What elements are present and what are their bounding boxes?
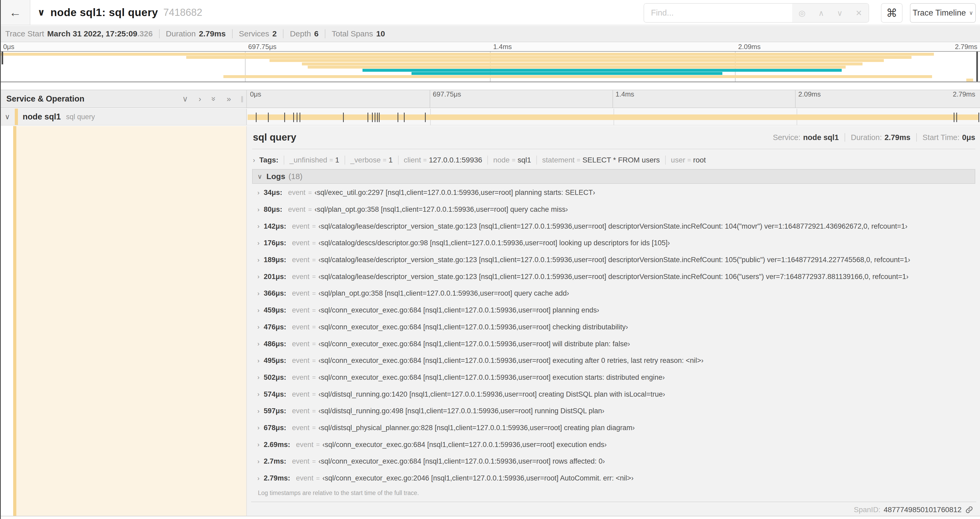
back-arrow-icon: ← <box>9 5 21 19</box>
ruler-tick-label: 1.4ms <box>493 43 512 51</box>
back-button[interactable]: ← <box>1 0 30 25</box>
column-resize-handle[interactable]: ∥ <box>240 95 244 102</box>
log-row[interactable]: ›597μs:event=‹sql/distsql_running.go:498… <box>252 403 975 420</box>
logs-accordian-header[interactable]: ∨ Logs (18) <box>252 169 975 184</box>
expand-one-icon[interactable]: › <box>199 95 201 103</box>
tag-key: statement <box>542 156 574 164</box>
tag-item[interactable]: user=root <box>660 156 706 164</box>
log-marker-tick[interactable] <box>368 113 368 122</box>
span-duration-bar[interactable] <box>248 115 979 120</box>
log-marker-tick[interactable] <box>297 113 298 122</box>
log-field-name: event <box>288 206 305 214</box>
tag-item[interactable]: _verbose=1 <box>339 156 393 164</box>
log-marker-tick[interactable] <box>372 113 373 122</box>
log-row[interactable]: ›502μs:event=‹sql/conn_executor_exec.go:… <box>252 369 975 386</box>
tags-accordian[interactable]: › Tags: _unfinished=1_verbose=1client=12… <box>253 153 975 167</box>
log-row[interactable]: ›80μs:event=‹sql/plan_opt.go:358 [nsql1,… <box>252 201 975 218</box>
top-bar: ← ∨ node sql1: sql query 7418682 ◎ ∧ ∨ ✕… <box>0 0 980 25</box>
log-timestamp: 2.69ms: <box>264 441 290 449</box>
log-row[interactable]: ›678μs:event=‹sql/distsql_physical_plann… <box>252 420 975 436</box>
detail-title-row: sql query Service:node sql1Duration:2.79… <box>253 129 975 146</box>
tag-equals: = <box>577 156 581 164</box>
find-input[interactable] <box>644 4 792 22</box>
locate-icon[interactable]: ◎ <box>799 8 805 18</box>
tags-label: Tags: <box>259 156 278 164</box>
log-row[interactable]: ›495μs:event=‹sql/conn_executor_exec.go:… <box>252 352 975 369</box>
log-row[interactable]: ›176μs:event=‹sql/catalog/descs/descript… <box>252 235 975 252</box>
span-row-name-cell[interactable]: ∨ node sql1 sql query <box>0 109 247 125</box>
log-equals: = <box>312 223 316 230</box>
detail-overview-item: Duration:2.79ms <box>839 133 910 142</box>
log-marker-tick[interactable] <box>425 113 426 122</box>
span-operation-name: sql query <box>66 113 95 121</box>
log-marker-tick[interactable] <box>293 113 294 122</box>
log-message: ‹sql/conn_executor_exec.go:684 [nsql1,cl… <box>318 306 599 315</box>
chevron-right-icon: › <box>258 189 259 196</box>
span-row[interactable]: ∨ node sql1 sql query <box>0 109 980 126</box>
log-row[interactable]: ›486μs:event=‹sql/conn_executor_exec.go:… <box>252 335 975 352</box>
log-row[interactable]: ›2.7ms:event=‹sql/conn_executor_exec.go:… <box>252 453 975 470</box>
log-marker-tick[interactable] <box>299 113 300 122</box>
minimap-span-bar <box>0 53 934 56</box>
collapse-trace-icon[interactable]: ∨ <box>37 7 45 18</box>
log-marker-tick[interactable] <box>398 113 398 122</box>
meta-label: Duration <box>166 29 196 38</box>
tag-item[interactable]: statement=SELECT * FROM users <box>531 156 660 164</box>
log-marker-tick[interactable] <box>284 113 285 122</box>
trace-minimap[interactable]: 0μs697.75μs1.4ms2.09ms2.79ms <box>0 42 980 83</box>
log-marker-tick[interactable] <box>379 113 380 122</box>
chevron-right-icon: › <box>258 391 259 398</box>
deep-link-icon[interactable] <box>965 506 973 514</box>
minimap-ruler: 0μs697.75μs1.4ms2.09ms2.79ms <box>0 43 980 51</box>
tag-item[interactable]: client=127.0.0.1:59936 <box>393 156 482 164</box>
tag-item[interactable]: _unfinished=1 <box>278 156 339 164</box>
log-row[interactable]: ›476μs:event=‹sql/conn_executor_exec.go:… <box>252 319 975 336</box>
keyboard-shortcuts-button[interactable]: ⌘ <box>881 3 902 23</box>
chevron-right-icon: › <box>258 323 259 331</box>
log-marker-tick[interactable] <box>377 113 378 122</box>
log-row[interactable]: ›459μs:event=‹sql/conn_executor_exec.go:… <box>252 302 975 319</box>
prev-match-icon[interactable]: ∧ <box>818 8 824 18</box>
log-row[interactable]: ›2.79ms:event=‹sql/conn_executor_exec.go… <box>252 470 975 487</box>
log-marker-tick[interactable] <box>343 113 344 122</box>
log-marker-tick[interactable] <box>268 113 269 122</box>
log-message: ‹sql/conn_executor_exec.go:684 [nsql1,cl… <box>318 374 665 382</box>
minimap-drag-handle-left[interactable] <box>2 52 3 64</box>
expand-all-icon[interactable]: » <box>227 95 231 103</box>
log-timestamp: 486μs: <box>264 340 286 348</box>
ruler-tick-label: 2.09ms <box>738 43 760 51</box>
clear-find-icon[interactable]: ✕ <box>855 8 862 18</box>
span-row-track[interactable] <box>247 109 980 125</box>
meta-label: Trace Start <box>5 29 44 38</box>
view-selector-button[interactable]: Trace Timeline ∨ <box>910 3 976 23</box>
next-match-icon[interactable]: ∨ <box>837 8 843 18</box>
log-marker-tick[interactable] <box>404 113 405 122</box>
log-timestamp: 574μs: <box>264 390 286 398</box>
log-row[interactable]: ›201μs:event=‹sql/catalog/lease/descript… <box>252 268 975 285</box>
log-row[interactable]: ›2.69ms:event=‹sql/conn_executor_exec.go… <box>252 436 975 453</box>
collapse-all-icon[interactable]: » <box>210 97 218 101</box>
log-row[interactable]: ›142μs:event=‹sql/catalog/lease/descript… <box>252 218 975 235</box>
collapse-one-icon[interactable]: ∨ <box>182 95 188 103</box>
log-marker-tick[interactable] <box>978 113 979 122</box>
log-marker-tick[interactable] <box>375 113 375 122</box>
log-marker-tick[interactable] <box>954 113 955 122</box>
command-icon: ⌘ <box>886 6 897 19</box>
chevron-right-icon: › <box>258 374 259 381</box>
log-row[interactable]: ›574μs:event=‹sql/distsql_running.go:142… <box>252 386 975 403</box>
chevron-right-icon: › <box>258 458 259 465</box>
minimap-drag-handle-right[interactable] <box>976 52 978 81</box>
log-row[interactable]: ›189μs:event=‹sql/catalog/lease/descript… <box>252 252 975 268</box>
minimap-canvas[interactable] <box>0 51 980 82</box>
log-marker-tick[interactable] <box>956 113 957 122</box>
log-equals: = <box>312 307 316 314</box>
log-message: ‹sql/catalog/descs/descriptor.go:98 [nsq… <box>318 239 670 247</box>
log-timestamp: 476μs: <box>264 323 286 331</box>
tag-item[interactable]: node=sql1 <box>482 156 531 164</box>
log-marker-tick[interactable] <box>256 113 256 122</box>
log-message: ‹sql/conn_executor_exec.go:684 [nsql1,cl… <box>318 340 630 348</box>
log-row[interactable]: ›366μs:event=‹sql/plan_opt.go:358 [nsql1… <box>252 285 975 302</box>
meta-label: Total Spans <box>332 29 373 38</box>
log-row[interactable]: ›34μs:event=‹sql/exec_util.go:2297 [nsql… <box>252 184 975 201</box>
span-expander-icon[interactable]: ∨ <box>0 113 15 121</box>
